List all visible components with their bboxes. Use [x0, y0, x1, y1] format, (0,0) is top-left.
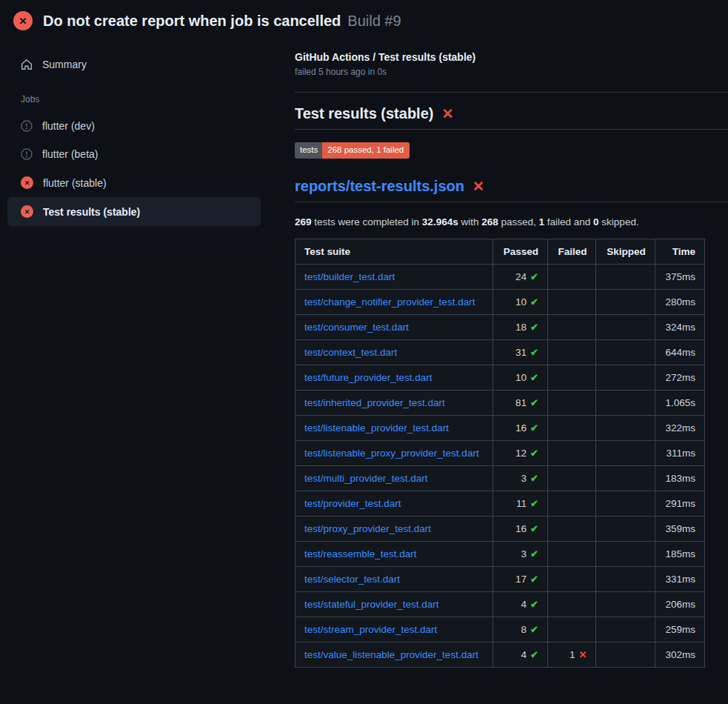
- col-time: Time: [655, 239, 704, 264]
- cell-time: 311ms: [655, 440, 704, 465]
- cell-test-suite: test/context_test.dart: [295, 339, 493, 365]
- summary-passed: 268: [481, 216, 498, 228]
- main-panel: GitHub Actions / Test results (stable) f…: [261, 41, 728, 668]
- passed-count: 31: [515, 347, 527, 358]
- badge-value: 268 passed, 1 failed: [322, 142, 410, 159]
- cell-passed: 4✔: [492, 642, 547, 667]
- section-title: Test results (stable): [295, 105, 433, 122]
- table-row: test/inherited_provider_test.dart81✔1.06…: [295, 390, 705, 415]
- test-suite-link[interactable]: test/future_provider_test.dart: [304, 372, 433, 383]
- table-row: test/stateful_provider_test.dart4✔206ms: [295, 591, 705, 617]
- cell-time: 183ms: [655, 465, 704, 491]
- cell-skipped: [596, 465, 655, 491]
- table-row: test/future_provider_test.dart10✔272ms: [295, 365, 705, 390]
- cell-passed: 17✔: [492, 566, 547, 591]
- cell-failed: [547, 491, 596, 516]
- cancelled-octagon-icon: [21, 148, 33, 160]
- sidebar-job-item[interactable]: flutter (beta): [7, 140, 261, 168]
- col-failed: Failed: [547, 239, 596, 264]
- test-suite-link[interactable]: test/value_listenable_provider_test.dart: [304, 649, 478, 660]
- check-icon: ✔: [530, 296, 538, 308]
- sidebar-job-item[interactable]: flutter (dev): [7, 112, 261, 140]
- cell-passed: 12✔: [492, 440, 547, 465]
- cell-skipped: [596, 264, 655, 289]
- summary-skipped: 0: [593, 216, 599, 228]
- sidebar-job-item[interactable]: ✕Test results (stable): [7, 197, 261, 226]
- cell-time: 322ms: [655, 415, 704, 440]
- col-skipped: Skipped: [596, 239, 655, 264]
- job-label: flutter (beta): [42, 148, 98, 160]
- cell-test-suite: test/inherited_provider_test.dart: [295, 390, 493, 415]
- cell-failed: [547, 289, 596, 314]
- check-icon: ✔: [530, 473, 538, 484]
- table-row: test/change_notifier_provider_test.dart1…: [295, 289, 705, 314]
- cell-skipped: [596, 491, 655, 516]
- table-row: test/builder_test.dart24✔375ms: [295, 264, 705, 289]
- failed-x-icon: ✕: [472, 179, 484, 193]
- summary-duration: 32.964s: [422, 216, 458, 228]
- test-suite-link[interactable]: test/reassemble_test.dart: [304, 548, 417, 559]
- check-icon: ✔: [530, 649, 538, 660]
- report-heading: reports/test-results.json ✕: [295, 178, 728, 202]
- failed-count: 1: [570, 649, 575, 660]
- x-circle-fill-icon: ✕: [21, 176, 33, 189]
- cell-failed: [547, 617, 596, 642]
- table-row: test/provider_test.dart11✔291ms: [295, 491, 705, 516]
- section-heading: Test results (stable) ✕: [295, 105, 728, 130]
- sidebar-item-summary[interactable]: Summary: [7, 51, 261, 78]
- cell-skipped: [596, 516, 655, 541]
- test-suite-link[interactable]: test/context_test.dart: [304, 347, 397, 358]
- cell-skipped: [596, 566, 655, 591]
- cell-failed: [547, 516, 596, 541]
- passed-count: 24: [515, 271, 527, 282]
- breadcrumb: GitHub Actions / Test results (stable): [295, 51, 728, 63]
- job-label: flutter (stable): [43, 177, 107, 189]
- cell-time: 1.065s: [655, 390, 704, 415]
- cell-skipped: [596, 365, 655, 390]
- test-suite-link[interactable]: test/inherited_provider_test.dart: [304, 397, 445, 408]
- cell-time: 291ms: [655, 491, 704, 516]
- test-suite-link[interactable]: test/selector_test.dart: [304, 574, 400, 585]
- test-suite-link[interactable]: test/builder_test.dart: [304, 271, 395, 282]
- cell-skipped: [596, 390, 655, 415]
- test-suite-link[interactable]: test/listenable_provider_test.dart: [304, 422, 449, 434]
- cell-time: 259ms: [655, 617, 704, 642]
- check-icon: ✔: [530, 397, 538, 408]
- check-icon: ✔: [530, 271, 538, 282]
- cell-failed: [547, 541, 596, 566]
- cell-test-suite: test/stream_provider_test.dart: [295, 617, 493, 642]
- cell-failed: [547, 591, 596, 617]
- cell-test-suite: test/reassemble_test.dart: [295, 541, 493, 566]
- cell-passed: 81✔: [492, 390, 547, 415]
- test-suite-link[interactable]: test/multi_provider_test.dart: [304, 473, 428, 484]
- cell-passed: 31✔: [492, 339, 547, 365]
- cell-time: 280ms: [655, 289, 704, 314]
- sidebar-job-item[interactable]: ✕flutter (stable): [7, 168, 261, 197]
- passed-count: 3: [521, 548, 527, 559]
- cell-time: 272ms: [655, 365, 704, 390]
- cell-skipped: [596, 289, 655, 314]
- test-suite-link[interactable]: test/provider_test.dart: [304, 498, 401, 509]
- test-suite-link[interactable]: test/proxy_provider_test.dart: [304, 523, 431, 534]
- check-icon: ✔: [530, 548, 538, 559]
- job-breadcrumb-block: GitHub Actions / Test results (stable) f…: [295, 51, 728, 93]
- cell-test-suite: test/proxy_provider_test.dart: [295, 516, 493, 541]
- table-row: test/consumer_test.dart18✔324ms: [295, 314, 705, 339]
- cell-test-suite: test/multi_provider_test.dart: [295, 465, 493, 491]
- report-file-link[interactable]: reports/test-results.json: [295, 178, 464, 194]
- table-row: test/reassemble_test.dart3✔185ms: [295, 541, 705, 566]
- cell-passed: 3✔: [492, 541, 547, 566]
- cell-failed: [547, 415, 596, 440]
- cell-test-suite: test/future_provider_test.dart: [295, 365, 493, 390]
- test-suite-link[interactable]: test/stream_provider_test.dart: [304, 624, 437, 635]
- test-suite-link[interactable]: test/change_notifier_provider_test.dart: [304, 296, 475, 308]
- test-suite-link[interactable]: test/consumer_test.dart: [304, 322, 409, 333]
- run-build-number: Build #9: [347, 13, 401, 29]
- table-row: test/multi_provider_test.dart3✔183ms: [295, 465, 705, 491]
- test-suite-link[interactable]: test/stateful_provider_test.dart: [304, 599, 439, 610]
- test-suite-link[interactable]: test/listenable_proxy_provider_test.dart: [304, 448, 479, 459]
- cell-skipped: [596, 642, 655, 667]
- cell-passed: 4✔: [492, 591, 547, 617]
- passed-count: 8: [521, 624, 527, 635]
- cell-test-suite: test/builder_test.dart: [295, 264, 493, 289]
